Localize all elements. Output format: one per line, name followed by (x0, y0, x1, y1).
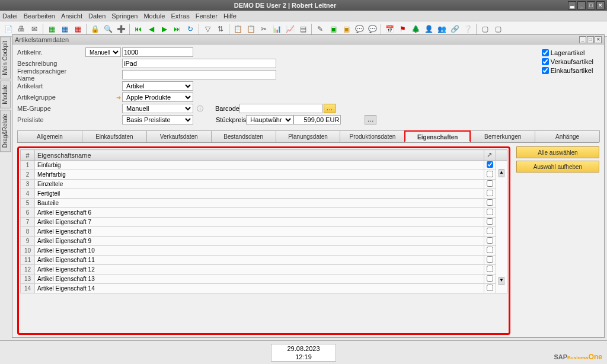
link-arrow-icon[interactable]: ➜ (116, 94, 121, 101)
copy-icon[interactable]: 📋 (232, 23, 244, 35)
user-icon[interactable]: 👤 (423, 23, 435, 35)
menu-ansicht[interactable]: Ansicht (61, 12, 82, 20)
pdf-icon[interactable]: ▦ (72, 23, 84, 35)
property-row[interactable]: 1Einfarbig▲▼ (21, 161, 507, 170)
form-max-button[interactable]: □ (587, 36, 594, 43)
property-checkbox[interactable] (487, 161, 493, 168)
sidetab-cockpit[interactable]: Mein Cockpit (0, 37, 11, 79)
prev-icon[interactable]: ◀ (145, 23, 157, 35)
window-icon-1[interactable]: ▃ (568, 1, 576, 9)
refresh-icon[interactable]: ↻ (184, 23, 196, 35)
alert-icon[interactable]: ⚑ (397, 23, 408, 35)
layout-icon[interactable]: ▤ (297, 23, 309, 35)
tab-bemerkungen[interactable]: Bemerkungen (470, 130, 535, 142)
col-num[interactable]: # (21, 150, 35, 161)
menu-hilfe[interactable]: Hilfe (223, 12, 237, 20)
property-row[interactable]: 8Artikel Eigenschaft 8 (21, 227, 507, 237)
property-checkbox[interactable] (487, 218, 493, 225)
sidetab-dragrelate[interactable]: Drag&Relate (0, 110, 11, 152)
first-icon[interactable]: ⏮ (132, 23, 144, 35)
bubble2-icon[interactable]: 💬 (366, 23, 378, 35)
menu-daten[interactable]: Daten (88, 12, 106, 20)
property-row[interactable]: 13Artikel Eigenschaft 13 (21, 274, 507, 284)
calendar-icon[interactable]: 📅 (384, 23, 395, 35)
find-icon[interactable]: 🔍 (102, 23, 114, 35)
property-row[interactable]: 7Artikel Eigenschaft 7 (21, 218, 507, 227)
sort-icon[interactable]: ⇅ (215, 23, 226, 35)
maximize-button[interactable]: □ (587, 1, 595, 9)
beschreibung-input[interactable] (122, 59, 276, 68)
print-icon[interactable]: 🖶 (15, 23, 27, 35)
menu-module[interactable]: Module (143, 12, 165, 20)
deselect-all-button[interactable]: Auswahl aufheben (516, 161, 599, 173)
window2-icon[interactable]: ▢ (492, 23, 504, 35)
tab-planungsdaten[interactable]: Planungsdaten (276, 130, 341, 142)
excel-icon[interactable]: ▦ (46, 23, 57, 35)
stueckpreis-input[interactable] (293, 115, 341, 124)
property-row[interactable]: 4Fertigteil (21, 189, 507, 199)
menu-bearbeiten[interactable]: Bearbeiten (24, 12, 55, 20)
cut-icon[interactable]: ✂ (258, 23, 270, 35)
form-icon[interactable]: ▣ (327, 23, 339, 35)
next-icon[interactable]: ▶ (158, 23, 170, 35)
new-icon[interactable]: 📄 (2, 23, 14, 35)
property-checkbox[interactable] (487, 266, 493, 272)
chart-icon[interactable]: 📊 (271, 23, 283, 35)
tab-verkaufsdaten[interactable]: Verkaufsdaten (146, 130, 212, 142)
word-icon[interactable]: ▦ (59, 23, 71, 35)
tab-produktionsdaten[interactable]: Produktionsdaten (340, 130, 405, 142)
menu-springen[interactable]: Springen (111, 12, 138, 20)
property-checkbox[interactable] (487, 275, 493, 282)
select-all-button[interactable]: Alle auswählen (516, 146, 599, 158)
help-icon[interactable]: ❔ (462, 23, 474, 35)
property-checkbox[interactable] (487, 256, 493, 263)
property-row[interactable]: 14Artikel Eigenschaft 14 (21, 284, 507, 293)
scrollbar[interactable]: ▲▼ (496, 161, 507, 293)
minimize-button[interactable]: _ (577, 1, 586, 9)
property-row[interactable]: 10Artikel Eigenschaft 10 (21, 246, 507, 256)
artikelart-select[interactable]: Artikel (122, 81, 193, 91)
property-checkbox[interactable] (487, 190, 493, 196)
paste-icon[interactable]: 📋 (245, 23, 257, 35)
tab-bestandsdaten[interactable]: Bestandsdaten (211, 130, 276, 142)
form-close-button[interactable]: ✕ (595, 36, 602, 43)
barcode-browse-button[interactable]: … (324, 104, 336, 113)
last-icon[interactable]: ⏭ (171, 23, 183, 35)
property-row[interactable]: 3Einzeltele (21, 180, 507, 189)
menu-extras[interactable]: Extras (171, 12, 189, 20)
property-checkbox[interactable] (487, 228, 493, 234)
window-icon[interactable]: ▢ (479, 23, 491, 35)
lock-icon[interactable]: 🔒 (89, 23, 101, 35)
form2-icon[interactable]: ▣ (340, 23, 352, 35)
tab-allgemein[interactable]: Allgemein (17, 130, 82, 142)
einkaufsartikel-checkbox[interactable] (542, 67, 549, 74)
property-checkbox[interactable] (487, 199, 493, 206)
menu-fenster[interactable]: Fenster (196, 12, 218, 20)
lagerartikel-checkbox[interactable] (542, 49, 549, 56)
bubble-icon[interactable]: 💬 (353, 23, 365, 35)
sidetab-module[interactable]: Module (0, 81, 11, 108)
artikelnr-mode-select[interactable]: Manuell (85, 47, 121, 57)
property-checkbox[interactable] (487, 247, 493, 253)
info-icon[interactable]: ⓘ (197, 104, 203, 113)
filter-icon[interactable]: ▽ (202, 23, 213, 35)
property-checkbox[interactable] (487, 237, 493, 244)
property-row[interactable]: 12Artikel Eigenschaft 12 (21, 265, 507, 274)
tab-eigenschaften[interactable]: Eigenschaften (404, 130, 471, 142)
verkaufsartikel-checkbox[interactable] (542, 58, 549, 65)
artikelgruppe-select[interactable]: Apple Produkte (122, 92, 193, 102)
link-icon[interactable]: 🔗 (449, 23, 461, 35)
artikelnr-input[interactable] (122, 47, 193, 57)
col-name[interactable]: Eigenschaftsname (35, 150, 484, 161)
property-row[interactable]: 2Mehrfarbig (21, 170, 507, 180)
property-checkbox[interactable] (487, 171, 493, 177)
preisliste-select[interactable]: Basis Preisliste (122, 115, 193, 124)
megruppe-select[interactable]: Manuell (122, 104, 193, 113)
users-icon[interactable]: 👥 (436, 23, 448, 35)
property-row[interactable]: 11Artikel Eigenschaft 11 (21, 256, 507, 265)
barcode-input[interactable] (239, 104, 322, 113)
property-row[interactable]: 9Artikel Eigenschaft 9 (21, 237, 507, 246)
price-browse-button[interactable]: … (365, 115, 376, 124)
fremd-input[interactable] (122, 70, 276, 79)
stueckpreis-curr-select[interactable]: Hauptwährung (246, 115, 293, 124)
